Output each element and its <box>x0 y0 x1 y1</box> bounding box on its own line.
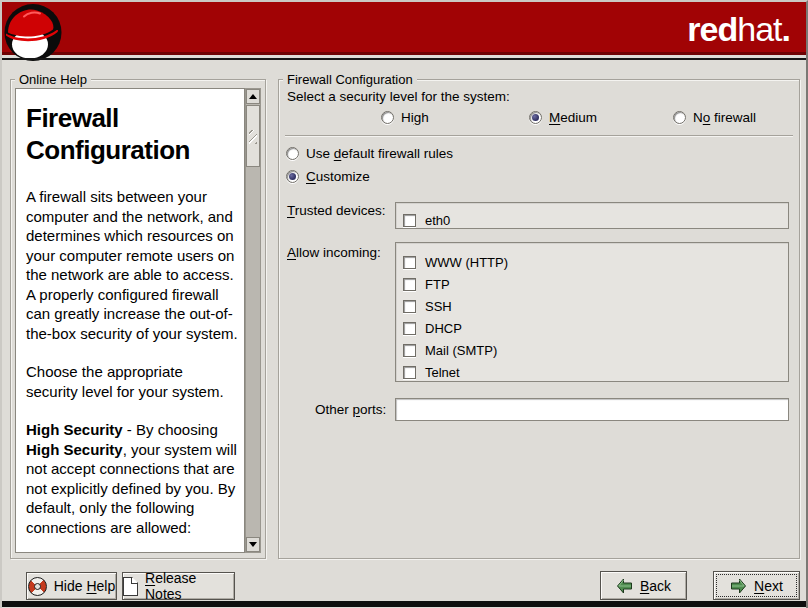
checkbox-icon[interactable] <box>403 322 416 335</box>
radio-no-firewall[interactable]: No firewall <box>673 110 756 125</box>
allow-incoming-list[interactable]: WWW (HTTP) FTP SSH DHCP Mail (SMTP) Teln… <box>395 242 789 382</box>
help-scroll-area[interactable]: Firewall Configuration A firewall sits b… <box>15 88 245 553</box>
radio-customize[interactable]: Customize <box>286 169 370 184</box>
checklist-item-mail[interactable]: Mail (SMTP) <box>403 339 781 361</box>
help-scrollbar[interactable] <box>245 88 261 553</box>
security-level-prompt: Select a security level for the system: <box>287 89 510 104</box>
scroll-thumb[interactable] <box>246 105 260 167</box>
top-banner: redhat. <box>2 2 806 55</box>
arrow-left-icon <box>616 578 633 594</box>
radio-icon <box>673 111 686 124</box>
checkbox-icon[interactable] <box>403 300 416 313</box>
scroll-down-button[interactable] <box>246 537 260 552</box>
checkbox-icon[interactable] <box>403 278 416 291</box>
online-help-frame: Online Help Firewall Configuration A fir… <box>10 79 266 559</box>
redhat-shadowman-logo <box>4 2 64 63</box>
arrow-right-icon <box>730 578 747 594</box>
lifesaver-icon <box>28 577 47 596</box>
checkbox-icon[interactable] <box>403 366 416 379</box>
trusted-devices-list[interactable]: eth0 <box>395 202 789 229</box>
hide-help-button[interactable]: Hide Help <box>26 572 117 600</box>
checklist-item-telnet[interactable]: Telnet <box>403 361 781 383</box>
up-arrow-icon <box>249 94 257 99</box>
redhat-wordmark: redhat. <box>687 10 790 49</box>
checkbox-icon[interactable] <box>403 344 416 357</box>
checkbox-icon[interactable] <box>403 256 416 269</box>
radio-use-default-rules[interactable]: Use default firewall rules <box>286 146 453 161</box>
release-notes-button[interactable]: Release Notes <box>122 572 235 600</box>
radio-icon <box>286 147 299 160</box>
document-icon <box>123 577 138 596</box>
firewall-configuration-frame: Firewall Configuration Select a security… <box>278 79 800 559</box>
down-arrow-icon <box>249 542 257 547</box>
checklist-item-ssh[interactable]: SSH <box>403 295 781 317</box>
separator <box>285 135 793 137</box>
scroll-up-button[interactable] <box>246 89 260 104</box>
trusted-devices-label: Trusted devices: <box>287 203 386 218</box>
help-paragraph-3: High Security - By choosing High Securit… <box>26 420 238 537</box>
radio-high[interactable]: High <box>381 110 429 125</box>
radio-icon <box>286 170 299 183</box>
checklist-item-www[interactable]: WWW (HTTP) <box>403 251 781 273</box>
banner-divider <box>2 58 806 60</box>
help-paragraph-2: Choose the appropriate security level fo… <box>26 362 238 401</box>
allow-incoming-label: Allow incoming: <box>287 245 381 260</box>
installer-window: redhat. Online Help Firewall Configurati… <box>0 0 808 608</box>
firewall-frame-label: Firewall Configuration <box>283 72 417 87</box>
other-ports-label: Other ports: <box>315 402 386 417</box>
window-bottom-border <box>2 601 806 607</box>
checkbox-icon[interactable] <box>403 214 416 227</box>
help-paragraph-1: A firewall sits between your computer an… <box>26 187 238 343</box>
radio-medium[interactable]: Medium <box>529 110 597 125</box>
other-ports-input[interactable] <box>395 398 789 421</box>
online-help-frame-label: Online Help <box>15 72 91 87</box>
radio-icon <box>529 111 542 124</box>
next-button[interactable]: Next <box>713 571 800 600</box>
radio-icon <box>381 111 394 124</box>
checklist-item-eth0[interactable]: eth0 <box>403 209 781 231</box>
help-heading: Firewall Configuration <box>26 102 238 166</box>
checklist-item-dhcp[interactable]: DHCP <box>403 317 781 339</box>
back-button[interactable]: Back <box>600 571 687 600</box>
checklist-item-ftp[interactable]: FTP <box>403 273 781 295</box>
